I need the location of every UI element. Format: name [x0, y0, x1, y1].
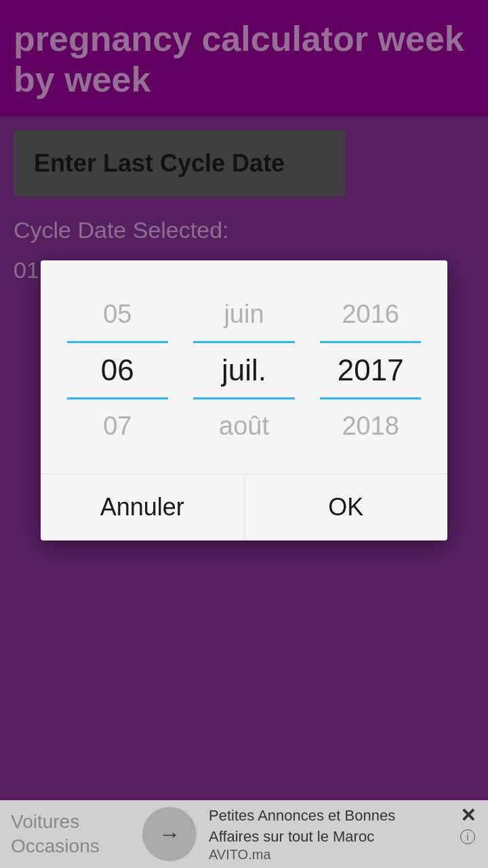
ad-arrow-icon: →: [159, 822, 180, 847]
dialog-overlay: 05 06 07 juin juil. août 2016 2017 2018 …: [0, 0, 488, 800]
month-column[interactable]: juin juil. août: [181, 288, 308, 453]
ad-left-section: Voitures Occasions: [0, 803, 136, 866]
cancel-button[interactable]: Annuler: [41, 474, 244, 540]
day-prev[interactable]: 05: [54, 288, 181, 341]
ad-main-text: Petites Annonces et Bonnes Affaires sur …: [209, 806, 442, 848]
picker-body: 05 06 07 juin juil. août 2016 2017 2018: [41, 260, 447, 473]
day-next[interactable]: 07: [54, 399, 181, 453]
ad-site: AVITO.ma: [209, 847, 442, 863]
month-prev[interactable]: juin: [181, 288, 308, 341]
ok-button[interactable]: OK: [245, 474, 448, 540]
ad-banner: Voitures Occasions → Petites Annonces et…: [0, 800, 488, 868]
info-icon[interactable]: i: [460, 829, 475, 844]
ad-left-text: Voitures Occasions: [11, 810, 125, 859]
day-column[interactable]: 05 06 07: [54, 288, 181, 453]
month-next[interactable]: août: [181, 399, 308, 453]
dialog-buttons: Annuler OK: [41, 473, 447, 540]
ad-close-section[interactable]: ✕ i: [447, 800, 488, 868]
year-next[interactable]: 2018: [307, 399, 434, 453]
year-column[interactable]: 2016 2017 2018: [307, 288, 434, 453]
year-selected[interactable]: 2017: [307, 341, 434, 399]
ad-content[interactable]: Petites Annonces et Bonnes Affaires sur …: [203, 800, 447, 868]
date-picker-dialog: 05 06 07 juin juil. août 2016 2017 2018 …: [41, 260, 447, 540]
month-selected[interactable]: juil.: [181, 341, 308, 399]
ad-arrow-circle[interactable]: →: [142, 807, 197, 861]
day-selected[interactable]: 06: [54, 341, 181, 399]
close-icon[interactable]: ✕: [460, 804, 476, 827]
year-prev[interactable]: 2016: [307, 288, 434, 341]
